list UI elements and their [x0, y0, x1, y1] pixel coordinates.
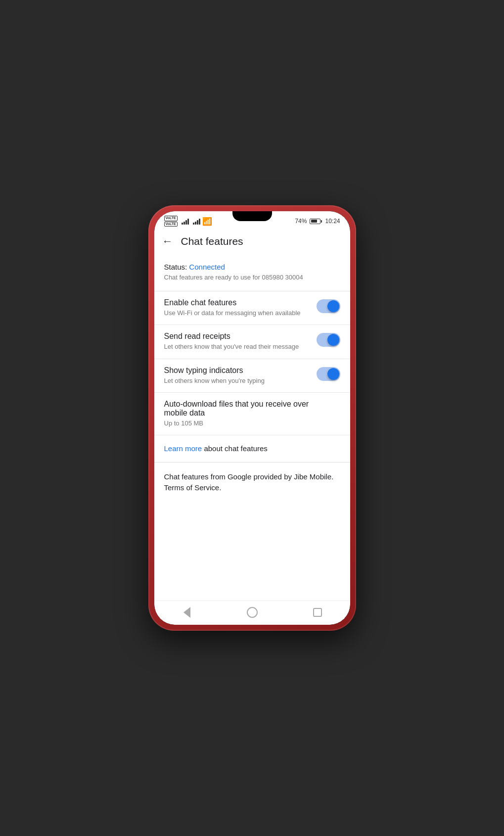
page-title: Chat features: [181, 235, 243, 247]
setting-subtitle-auto-download: Up to 105 MB: [164, 419, 334, 428]
status-prefix: Status:: [164, 263, 189, 271]
setting-subtitle-enable-chat: Use Wi-Fi or data for messaging when ava…: [164, 309, 311, 318]
setting-text-auto-download: Auto-download files that you receive ove…: [164, 400, 340, 428]
learn-more-text: Learn more about chat features: [164, 444, 268, 453]
setting-row-typing-indicators: Show typing indicators Let others know w…: [154, 359, 350, 393]
clock: 10:24: [325, 218, 340, 225]
status-left: VoLTE VoLTE 📶: [164, 216, 212, 227]
toggle-enable-chat[interactable]: [317, 299, 340, 313]
content-area: Status: Connected Chat features are read…: [154, 254, 350, 601]
nav-back-button[interactable]: [181, 606, 193, 619]
back-button[interactable]: ←: [162, 235, 173, 248]
setting-text-typing-indicators: Show typing indicators Let others know w…: [164, 366, 317, 385]
setting-text-read-receipts: Send read receipts Let others know that …: [164, 332, 317, 351]
toggle-typing-indicators[interactable]: [317, 367, 340, 381]
status-right: 74% 10:24: [295, 218, 340, 225]
battery-icon: [310, 219, 322, 224]
setting-row-read-receipts: Send read receipts Let others know that …: [154, 325, 350, 359]
setting-subtitle-read-receipts: Let others know that you've read their m…: [164, 342, 311, 351]
setting-text-enable-chat: Enable chat features Use Wi-Fi or data f…: [164, 298, 317, 318]
learn-more-section: Learn more about chat features: [154, 435, 350, 463]
nav-recents-button[interactable]: [311, 606, 324, 619]
volte-badge-1: VoLTE: [164, 216, 178, 221]
terms-section: Chat features from Google provided by Ji…: [154, 463, 350, 503]
setting-row-enable-chat: Enable chat features Use Wi-Fi or data f…: [154, 291, 350, 325]
signal-bars-1: [182, 218, 189, 225]
terms-text: Chat features from Google provided by Ji…: [164, 471, 340, 494]
battery-percent: 74%: [295, 218, 307, 225]
phone-inner: VoLTE VoLTE 📶: [154, 211, 350, 625]
signal-bars-2: [193, 218, 200, 225]
status-description: Chat features are ready to use for 08598…: [164, 273, 340, 282]
toggle-read-receipts[interactable]: [317, 333, 340, 347]
status-label: Status: Connected: [164, 263, 340, 271]
app-bar: ← Chat features: [154, 229, 350, 254]
learn-more-link[interactable]: Learn more: [164, 444, 202, 453]
status-section: Status: Connected Chat features are read…: [154, 254, 350, 291]
setting-title-auto-download: Auto-download files that you receive ove…: [164, 400, 334, 418]
status-value: Connected: [189, 263, 225, 271]
nav-home-button[interactable]: [246, 606, 259, 619]
setting-subtitle-typing-indicators: Let others know when you're typing: [164, 376, 311, 385]
learn-more-rest: about chat features: [202, 444, 268, 453]
setting-title-enable-chat: Enable chat features: [164, 298, 311, 307]
notch: [232, 211, 272, 221]
setting-title-typing-indicators: Show typing indicators: [164, 366, 311, 375]
wifi-icon: 📶: [202, 217, 212, 226]
volte-badge-2: VoLTE: [164, 222, 178, 227]
nav-bar: [154, 601, 350, 625]
phone-frame: VoLTE VoLTE 📶: [148, 205, 356, 631]
setting-title-read-receipts: Send read receipts: [164, 332, 311, 341]
setting-row-auto-download[interactable]: Auto-download files that you receive ove…: [154, 393, 350, 435]
screen: VoLTE VoLTE 📶: [154, 211, 350, 625]
